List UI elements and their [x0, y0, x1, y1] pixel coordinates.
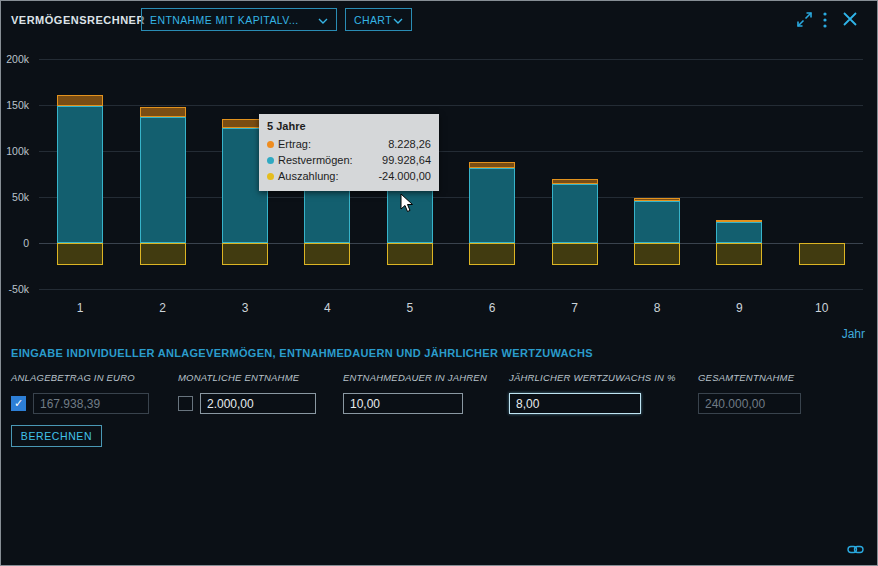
tooltip-row: Restvermögen: 99.928,64: [267, 152, 431, 168]
y-axis: 200k150k100k50k0-50k: [1, 59, 31, 289]
chart-tooltip: 5 Jahre Ertrag: 8.228,26 Restvermögen: 9…: [259, 114, 439, 191]
link-icon[interactable]: [847, 541, 864, 559]
gesamtentnahme-input[interactable]: [698, 393, 801, 414]
x-tick-label: 3: [225, 301, 265, 315]
mode-dropdown-label: ENTNAHME MIT KAPITALV...: [150, 14, 299, 26]
bar-restvermoegen-year-2[interactable]: [140, 117, 186, 243]
bar-restvermoegen-year-1[interactable]: [57, 106, 103, 243]
y-tick-label: 0: [0, 237, 29, 249]
x-axis-title: Jahr: [821, 327, 865, 341]
x-tick-label: 10: [802, 301, 842, 315]
expand-icon[interactable]: [796, 11, 813, 32]
wertzuwachs-label: JÄHRLICHER WERTZUWACHS IN %: [509, 372, 676, 383]
entnahme-checkbox[interactable]: [178, 396, 193, 411]
bar-ertrag-year-2[interactable]: [140, 107, 186, 117]
ertrag-bullet-icon: [267, 141, 274, 148]
close-icon[interactable]: [843, 12, 857, 30]
bar-auszahlung-year-8[interactable]: [634, 243, 680, 265]
bar-restvermoegen-year-6[interactable]: [469, 168, 515, 243]
tooltip-label: Auszahlung:: [278, 168, 339, 184]
anlagebetrag-checkbox[interactable]: [11, 396, 26, 411]
bar-auszahlung-year-4[interactable]: [304, 243, 350, 265]
entnahmedauer-label: ENTNAHMEDAUER IN JAHREN: [343, 372, 487, 383]
view-dropdown-label: CHART: [354, 14, 392, 26]
anlagebetrag-label: ANLAGEBETRAG IN EURO: [11, 372, 135, 383]
plot-area: [39, 59, 863, 289]
bar-ertrag-year-9[interactable]: [716, 220, 762, 222]
view-dropdown[interactable]: CHART: [345, 8, 412, 31]
auszahlung-bullet-icon: [267, 173, 274, 180]
entnahme-label: MONATLICHE ENTNAHME: [178, 372, 299, 383]
bar-ertrag-year-7[interactable]: [552, 179, 598, 184]
bar-restvermoegen-year-9[interactable]: [716, 222, 762, 243]
x-tick-label: 9: [719, 301, 759, 315]
gridline: [39, 59, 863, 60]
x-tick-label: 4: [307, 301, 347, 315]
x-tick-label: 7: [555, 301, 595, 315]
x-tick-label: 2: [143, 301, 183, 315]
tooltip-label: Ertrag:: [278, 136, 311, 152]
tooltip-value: -24.000,00: [378, 168, 431, 184]
tooltip-label: Restvermögen:: [278, 152, 353, 168]
chevron-down-icon: [318, 14, 328, 26]
page-title: VERMÖGENSRECHNER: [11, 14, 145, 26]
form-section-heading: EINGABE INDIVIDUELLER ANLAGEVERMÖGEN, EN…: [11, 347, 593, 359]
anlagebetrag-input[interactable]: [33, 393, 149, 414]
chevron-down-icon: [393, 14, 403, 26]
restvermoegen-bullet-icon: [267, 157, 274, 164]
bar-ertrag-year-1[interactable]: [57, 95, 103, 106]
bar-ertrag-year-6[interactable]: [469, 162, 515, 168]
x-tick-label: 6: [472, 301, 512, 315]
bar-auszahlung-year-9[interactable]: [716, 243, 762, 265]
bar-auszahlung-year-3[interactable]: [222, 243, 268, 265]
bar-restvermoegen-year-7[interactable]: [552, 184, 598, 243]
gridline: [39, 289, 863, 290]
tooltip-row: Ertrag: 8.228,26: [267, 136, 431, 152]
y-tick-label: -50k: [0, 283, 29, 295]
wertzuwachs-input[interactable]: [509, 393, 641, 414]
y-tick-label: 200k: [0, 53, 29, 65]
y-tick-label: 150k: [0, 99, 29, 111]
gesamtentnahme-label: GESAMTENTNAHME: [698, 372, 794, 383]
mouse-cursor: [400, 193, 414, 217]
entnahme-input[interactable]: [200, 393, 316, 414]
bar-auszahlung-year-5[interactable]: [387, 243, 433, 265]
bar-auszahlung-year-2[interactable]: [140, 243, 186, 265]
bar-auszahlung-year-10[interactable]: [799, 243, 845, 265]
tooltip-value: 99.928,64: [382, 152, 431, 168]
tooltip-title: 5 Jahre: [267, 120, 431, 132]
y-tick-label: 50k: [0, 191, 29, 203]
bar-restvermoegen-year-8[interactable]: [634, 201, 680, 243]
kebab-menu-icon[interactable]: [823, 12, 827, 32]
mode-dropdown[interactable]: ENTNAHME MIT KAPITALV...: [141, 8, 337, 31]
bar-auszahlung-year-1[interactable]: [57, 243, 103, 265]
bar-ertrag-year-8[interactable]: [634, 198, 680, 202]
x-tick-label: 5: [390, 301, 430, 315]
bar-auszahlung-year-6[interactable]: [469, 243, 515, 265]
tooltip-value: 8.228,26: [388, 136, 431, 152]
entnahmedauer-input[interactable]: [343, 393, 463, 414]
vermoegensrechner-window: VERMÖGENSRECHNER ENTNAHME MIT KAPITALV..…: [0, 0, 878, 566]
x-tick-label: 8: [637, 301, 677, 315]
tooltip-row: Auszahlung: -24.000,00: [267, 168, 431, 184]
bar-auszahlung-year-7[interactable]: [552, 243, 598, 265]
y-tick-label: 100k: [0, 145, 29, 157]
x-tick-label: 1: [60, 301, 100, 315]
x-axis: 12345678910: [39, 301, 863, 317]
berechnen-button[interactable]: BERECHNEN: [11, 425, 102, 447]
